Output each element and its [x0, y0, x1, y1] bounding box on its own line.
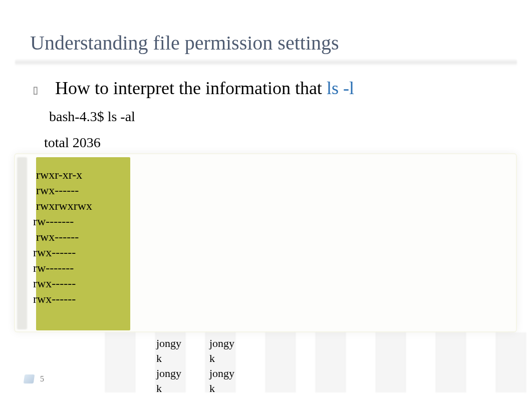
- listing-left-gutter: [17, 157, 27, 329]
- blurred-column: [265, 332, 296, 392]
- owner-column-2: jongy k jongy k: [209, 336, 234, 396]
- page-number: 5: [40, 374, 44, 383]
- blurred-column: [316, 332, 346, 392]
- bullet-prefix: How to interpret the information that: [55, 78, 327, 98]
- blurred-column: [436, 332, 466, 392]
- permissions-column: rwxr-xr-x rwx------ rwxrwxrwx rw------- …: [33, 167, 92, 307]
- owner-column-1: jongy k jongy k: [156, 336, 181, 396]
- bullet-text: How to interpret the information that ls…: [55, 78, 354, 99]
- bullet-icon: ▯: [32, 82, 40, 97]
- shell-total-line: total 2036: [44, 135, 101, 151]
- shell-prompt-line: bash-4.3$ ls -al: [49, 109, 135, 125]
- bullet-command: ls -l: [327, 78, 354, 98]
- blurred-column: [496, 332, 526, 392]
- blurred-table-columns: [15, 332, 517, 392]
- page-number-icon: [24, 374, 35, 383]
- blurred-column: [376, 332, 406, 392]
- slide-title: Understanding file permission settings: [30, 31, 339, 55]
- blurred-column: [105, 332, 135, 392]
- title-divider: [15, 59, 517, 66]
